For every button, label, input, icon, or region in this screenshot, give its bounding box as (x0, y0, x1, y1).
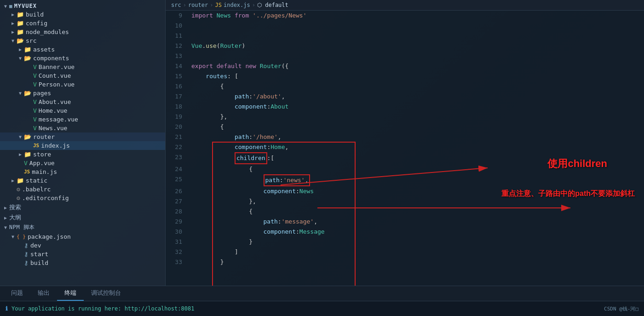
code-content[interactable]: 9 import News from '../pages/News' 10 11 (166, 11, 644, 286)
table-row: 30 component:Message (166, 227, 644, 237)
vue-icon: V (33, 63, 37, 70)
sidebar-item-src[interactable]: ▼ 📂 src (0, 36, 165, 45)
table-row: 32 ] (166, 247, 644, 257)
sidebar-item-components[interactable]: ▼ 📂 components (0, 54, 165, 63)
build-arrow: ▶ (9, 12, 17, 17)
table-row: 31 } (166, 237, 644, 247)
sidebar-item-news-vue[interactable]: ▶ V News.vue (0, 124, 165, 132)
sidebar-item-store[interactable]: ▶ 📁 store (0, 150, 165, 159)
breadcrumb-router: router (188, 2, 208, 8)
line-number: 18 (166, 102, 188, 112)
sidebar-section-search[interactable]: ▶ 搜索 (0, 202, 165, 213)
static-arrow: ▶ (9, 178, 17, 183)
npm-arrow: ▼ (2, 225, 9, 230)
static-label: static (26, 177, 47, 184)
line-code: }, (188, 196, 644, 207)
line-number: 27 (166, 196, 188, 207)
bottom-panel: 问题 输出 终端 调试控制台 ℹ Your application is run… (0, 286, 644, 316)
breadcrumb-sep3: › (252, 2, 255, 8)
sidebar-item-static[interactable]: ▶ 📁 static (0, 176, 165, 185)
script-icon: ⚷ (24, 242, 29, 249)
index-js-label: index.js (41, 142, 70, 149)
table-row: 14 export default new Router({ (166, 61, 644, 71)
line-code: children:[ (188, 152, 644, 164)
sidebar-item-config[interactable]: ▶ 📁 config (0, 19, 165, 28)
table-row: 9 import News from '../pages/News' (166, 11, 644, 21)
line-code: component:Home, (188, 142, 644, 152)
message-vue-label: message.vue (39, 116, 78, 123)
assets-label: assets (33, 46, 55, 53)
table-row: 18 component:About (166, 102, 644, 112)
sidebar-item-count-vue[interactable]: ▶ V Count.vue (0, 71, 165, 80)
sidebar-item-main-js[interactable]: ▶ JS main.js (0, 167, 165, 176)
tab-problems[interactable]: 问题 (4, 286, 30, 301)
breadcrumb: src › router › JS index.js › ⬡ default (166, 0, 644, 11)
code-table: 9 import News from '../pages/News' 10 11 (166, 11, 644, 267)
dotfile-icon: ⚙ (17, 186, 20, 193)
info-icon: ℹ (6, 305, 8, 312)
sidebar-item-package-json[interactable]: ▼ { } package.json (0, 232, 165, 241)
line-number: 16 (166, 81, 188, 92)
table-row: 16 { (166, 81, 644, 92)
line-number: 29 (166, 217, 188, 227)
build-script-label: build (30, 259, 48, 266)
line-number: 11 (166, 31, 188, 41)
sidebar-item-build[interactable]: ▶ 📁 build (0, 10, 165, 19)
sidebar-item-about-vue[interactable]: ▶ V About.vue (0, 98, 165, 106)
folder-icon: 📁 (17, 177, 24, 184)
line-code: import News from '../pages/News' (188, 11, 644, 21)
sidebar-item-router[interactable]: ▼ 📂 router (0, 132, 165, 141)
table-row: 12 Vue.use(Router) (166, 41, 644, 51)
line-code: Vue.use(Router) (188, 41, 644, 51)
sidebar-item-app-vue[interactable]: ▶ V App.vue (0, 159, 165, 167)
tab-debug-console[interactable]: 调试控制台 (84, 286, 128, 301)
folder-icon: 📁 (24, 151, 31, 158)
line-code: path:'/home', (188, 132, 644, 142)
components-arrow: ▼ (17, 56, 24, 61)
sidebar-item-node-modules[interactable]: ▶ 📁 node_modules (0, 28, 165, 36)
sidebar-item-message-vue[interactable]: ▶ V message.vue (0, 115, 165, 124)
line-code: export default new Router({ (188, 61, 644, 71)
package-json-label: package.json (28, 233, 71, 240)
breadcrumb-filename: index.js (224, 2, 250, 8)
package-arrow: ▼ (9, 234, 17, 239)
node-modules-arrow: ▶ (9, 29, 17, 34)
line-number: 28 (166, 207, 188, 217)
line-code: path:'news', (188, 174, 644, 186)
pages-arrow: ▼ (17, 91, 24, 96)
table-row: 20 { (166, 122, 644, 132)
sidebar-item-person-vue[interactable]: ▶ V Person.vue (0, 80, 165, 89)
sidebar-item-script-dev[interactable]: ▶ ⚷ dev (0, 241, 165, 250)
sidebar-item-banner-vue[interactable]: ▶ V Banner.vue (0, 63, 165, 71)
assets-arrow: ▶ (17, 47, 24, 52)
node-modules-label: node_modules (26, 29, 69, 35)
tab-terminal[interactable]: 终端 (57, 286, 84, 301)
vue-icon: V (33, 81, 37, 88)
dev-label: dev (30, 242, 41, 249)
sidebar-item-assets[interactable]: ▶ 📁 assets (0, 45, 165, 54)
root-arrow: ▼ (2, 4, 9, 9)
js-icon: JS (24, 169, 30, 175)
line-code: { (188, 122, 644, 132)
script-icon: ⚷ (24, 251, 29, 258)
sidebar-item-pages[interactable]: ▼ 📂 pages (0, 89, 165, 98)
sidebar-section-outline[interactable]: ▶ 大纲 (0, 213, 165, 223)
sidebar-item-editorconfig[interactable]: ▶ ⚙ .editorconfig (0, 194, 165, 202)
watermark: CSDN @钱-河□ (604, 305, 638, 312)
folder-icon: 📁 (17, 20, 24, 27)
line-number: 9 (166, 11, 188, 21)
sidebar-item-index-js[interactable]: ▶ JS index.js (0, 141, 165, 150)
person-vue-label: Person.vue (39, 81, 75, 88)
line-number: 23 (166, 152, 188, 164)
line-code: } (188, 237, 644, 247)
sidebar-item-babelrc[interactable]: ▶ ⚙ .babelrc (0, 185, 165, 194)
sidebar-item-script-build[interactable]: ▶ ⚷ build (0, 259, 165, 267)
line-number: 24 (166, 164, 188, 174)
tab-output[interactable]: 输出 (30, 286, 57, 301)
search-section-label: 搜索 (9, 203, 21, 212)
sidebar-item-home-vue[interactable]: ▶ V Home.vue (0, 106, 165, 115)
sidebar-section-npm[interactable]: ▼ NPM 脚本 (0, 223, 165, 232)
root-folder[interactable]: ▼ ■ MYVUEX (0, 2, 165, 10)
npm-label: NPM 脚本 (9, 224, 35, 231)
sidebar-item-script-start[interactable]: ▶ ⚷ start (0, 250, 165, 259)
